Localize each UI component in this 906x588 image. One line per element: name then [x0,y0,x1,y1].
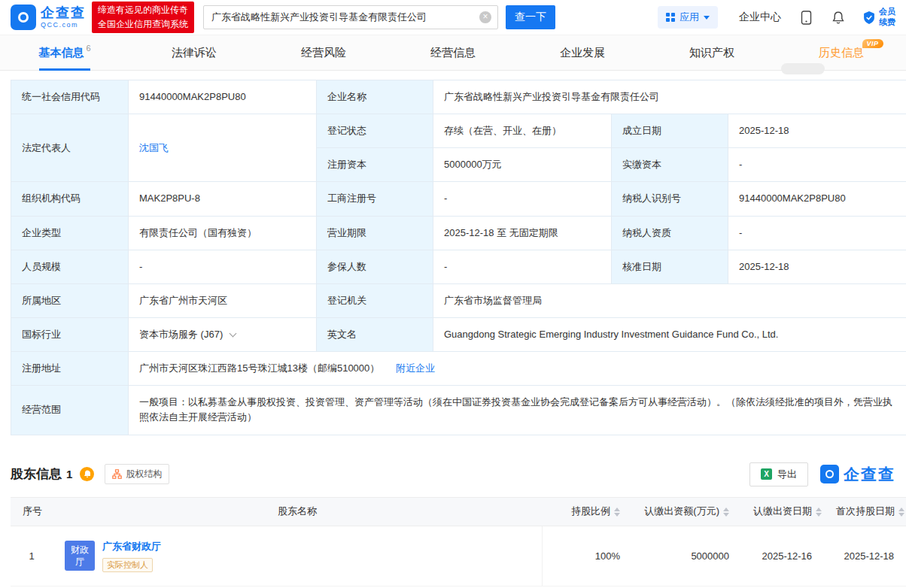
nearby-companies-link[interactable]: 附近企业 [396,362,435,374]
info-row-region: 所属地区 广东省广州市天河区 登记机关 广东省市场监督管理局 [11,283,906,317]
sort-first-date-icon[interactable] [898,508,904,517]
info-row-status: 法定代表人 沈国飞 登记状态 存续（在营、开业、在册） 成立日期 2025-12… [11,114,906,148]
member-renew-button[interactable]: 会员 续费 [863,7,895,28]
shareholder-name-link[interactable]: 广东省财政厅 [102,540,161,553]
floating-widget [781,63,825,74]
qcc-logo[interactable]: 企查查 QCC.com [11,5,86,30]
apps-label: 应用 [680,11,699,24]
label-legal-rep: 法定代表人 [11,114,129,182]
notification-bell-icon[interactable] [832,11,845,25]
logo-text: 企查查 [41,6,86,21]
qcc-logo-icon [11,5,36,30]
label-reg-capital: 注册资本 [317,148,433,182]
sort-subscribe-date-icon[interactable] [816,508,822,517]
value-reg-address: 广州市天河区珠江西路15号珠江城13楼（邮编510000） 附近企业 [129,352,906,386]
excel-icon: X [761,468,772,480]
label-english-name: 英文名 [317,317,433,351]
shareholder-ratio: 100% [542,526,632,586]
qcc-watermark: 企查查 [820,464,895,485]
vip-badge: VIP [862,39,883,48]
value-reg-capital: 5000000万元 [433,148,612,182]
tab-operating-risk[interactable]: 经营风险 [259,35,388,70]
label-region: 所属地区 [11,283,129,317]
search-input[interactable] [203,5,498,29]
equity-structure-button[interactable]: 股权结构 [105,464,169,484]
search-button[interactable]: 查一下 [506,5,555,29]
value-company-name: 广东省战略性新兴产业投资引导基金有限责任公司 [433,80,906,114]
tab-bar: 基本信息6 法律诉讼 经营风险 经营信息 企业发展 知识产权 历史信息 VIP [0,35,906,71]
value-establish-date: 2025-12-18 [728,114,906,148]
info-row-staff: 人员规模 - 参保人数 - 核准日期 2025-12-18 [11,250,906,283]
value-reg-authority: 广东省市场监督管理局 [433,283,906,317]
qcc-watermark-text: 企查查 [844,464,895,485]
col-first-holding-date[interactable]: 首次持股日期 [824,497,906,526]
apps-menu-button[interactable]: 应用 [658,6,718,29]
value-org-code: MAK2P8PU-8 [129,182,317,216]
label-reg-address: 注册地址 [11,352,129,386]
label-taxpayer-id: 纳税人识别号 [612,182,728,216]
sort-ratio-icon[interactable] [614,508,620,517]
col-index: 序号 [11,497,53,526]
tab-operating-info[interactable]: 经营信息 [388,35,518,70]
caret-down-icon [704,16,710,20]
info-row-biz-scope: 经营范围 一般项目：以私募基金从事股权投资、投资管理、资产管理等活动（须在中国证… [11,386,906,435]
shareholder-row: 1 财政厅 广东省财政厅 实际控制人 100% 5000000 2025-12-… [11,526,906,586]
label-org-code: 组织机构代码 [11,182,129,216]
industry-expand-icon[interactable] [230,330,237,338]
tab-legal-litigation[interactable]: 法律诉讼 [129,35,259,70]
value-approval-date: 2025-12-18 [728,250,906,283]
monitor-bell-icon[interactable] [80,467,94,481]
tab-enterprise-development[interactable]: 企业发展 [518,35,647,70]
shareholders-table: 序号 股东名称 持股比例 认缴出资额(万元) 认缴出资日期 首次持股日期 1 财… [11,497,906,586]
apps-grid-icon [666,13,675,22]
label-biz-term: 营业期限 [317,216,433,250]
legal-rep-link[interactable]: 沈国飞 [139,142,169,153]
value-biz-term: 2025-12-18 至 无固定期限 [433,216,612,250]
col-shareholder-name: 股东名称 [53,497,542,526]
col-subscribe-date[interactable]: 认缴出资日期 [741,497,824,526]
basic-info-table: 统一社会信用代码 91440000MAK2P8PU80 企业名称 广东省战略性新… [11,80,906,435]
shareholder-first-date: 2025-12-18 [824,526,906,586]
info-row-credit-code: 统一社会信用代码 91440000MAK2P8PU80 企业名称 广东省战略性新… [11,80,906,114]
shareholder-amount: 5000000 [632,526,741,586]
member-label-line-1: 会员 [879,7,895,17]
vip-shield-icon [863,11,875,24]
tab-intellectual-property[interactable]: 知识产权 [647,35,777,70]
value-legal-rep: 沈国飞 [129,114,317,182]
label-company-type: 企业类型 [11,216,129,250]
label-credit-code: 统一社会信用代码 [11,80,129,114]
value-credit-code: 91440000MAK2P8PU80 [129,80,317,114]
clear-search-icon[interactable]: × [479,11,491,23]
value-industry: 资本市场服务 (J67) [129,317,317,351]
tab-basic-info-count: 6 [86,44,90,53]
slogan-line-1: 缔造有远见的商业传奇 [98,3,188,17]
enterprise-center-link[interactable]: 企业中心 [739,11,781,24]
col-ratio[interactable]: 持股比例 [542,497,632,526]
sort-amount-icon[interactable] [723,508,729,517]
info-row-company-type: 企业类型 有限责任公司（国有独资） 营业期限 2025-12-18 至 无固定期… [11,216,906,250]
shareholder-subscribe-date: 2025-12-16 [741,526,824,586]
value-insured-count: - [433,250,612,283]
shareholder-index: 1 [11,526,53,586]
shareholders-count: 1 [66,468,72,480]
value-reg-status: 存续（在营、开业、在册） [433,114,612,148]
export-button[interactable]: X 导出 [749,462,808,486]
label-biz-scope: 经营范围 [11,386,129,435]
label-company-name: 企业名称 [317,80,433,114]
shareholders-title: 股东信息 [11,465,62,483]
qcc-watermark-icon [820,465,839,483]
search-box: × [203,5,498,29]
mobile-app-icon[interactable] [801,11,812,25]
actual-controller-tag: 实际控制人 [102,558,153,572]
tab-basic-info[interactable]: 基本信息6 [0,35,129,70]
info-row-industry: 国标行业 资本市场服务 (J67) 英文名 Guangdong Strategi… [11,317,906,351]
member-label-line-2: 续费 [879,17,895,28]
info-row-org-code: 组织机构代码 MAK2P8PU-8 工商注册号 - 纳税人识别号 9144000… [11,182,906,216]
logo-subtext: QCC.com [41,21,86,29]
top-header: 企查查 QCC.com 缔造有远见的商业传奇 全国企业信用查询系统 × 查一下 … [0,0,906,35]
col-subscribed-amount[interactable]: 认缴出资额(万元) [632,497,741,526]
label-biz-reg-no: 工商注册号 [317,182,433,216]
value-english-name: Guangdong Strategic Emerging Industry In… [433,317,906,351]
label-reg-authority: 登记机关 [317,283,433,317]
label-reg-status: 登记状态 [317,114,433,148]
